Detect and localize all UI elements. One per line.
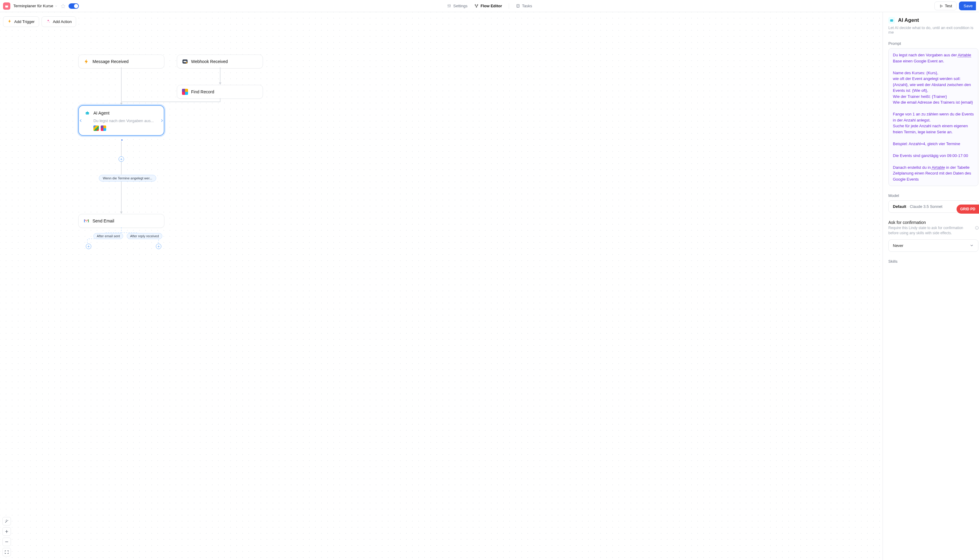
nav-settings-label: Settings bbox=[453, 3, 468, 8]
panel-header: AI Agent bbox=[888, 17, 979, 23]
node-webhook-received-label: Webhook Received bbox=[191, 59, 228, 64]
panel-description: Let AI decide what to do, until an exit … bbox=[888, 25, 979, 35]
app-title-text: Terminplaner für Kurse bbox=[13, 3, 53, 8]
robot-icon bbox=[888, 17, 895, 23]
canvas[interactable]: Add Trigger Add Action bbox=[0, 12, 882, 560]
top-bar: Terminplaner für Kurse Settings Flow Edi… bbox=[0, 0, 979, 12]
magic-button[interactable] bbox=[2, 517, 11, 525]
add-action-button[interactable]: Add Action bbox=[42, 17, 76, 27]
node-ai-agent-subtitle: Du legst nach den Vorgaben aus... bbox=[94, 118, 154, 123]
fit-button[interactable] bbox=[2, 548, 11, 557]
panel-title: AI Agent bbox=[898, 17, 919, 23]
skills-label: Skills bbox=[888, 259, 979, 263]
node-send-email-label: Send Email bbox=[92, 218, 114, 223]
right-buttons: Test Save bbox=[934, 2, 976, 10]
svg-rect-1 bbox=[5, 5, 8, 5]
google-calendar-icon bbox=[94, 125, 99, 131]
confirm-help-text: Require this Lindy state to ask for conf… bbox=[888, 225, 974, 236]
node-message-received-label: Message Received bbox=[92, 59, 129, 64]
save-button-label: Save bbox=[964, 3, 972, 8]
chevron-right-icon bbox=[160, 118, 164, 123]
minus-icon bbox=[4, 539, 9, 544]
prompt-input[interactable]: Du legst nach den Vorgaben aus der Airta… bbox=[888, 48, 978, 186]
robot-icon bbox=[84, 110, 90, 116]
canvas-controls bbox=[2, 517, 11, 557]
app-logo bbox=[3, 2, 10, 10]
node-output-handle[interactable] bbox=[121, 139, 123, 141]
sliders-icon bbox=[447, 3, 451, 8]
node-ai-agent-skills bbox=[94, 125, 106, 131]
nav-flow-editor[interactable]: Flow Editor bbox=[474, 3, 502, 8]
svg-point-14 bbox=[186, 62, 187, 63]
flow-nodes: Message Received Webhook Received Find R… bbox=[0, 12, 882, 560]
test-button[interactable]: Test bbox=[934, 2, 957, 10]
nav-tasks[interactable]: Tasks bbox=[516, 3, 532, 8]
add-step-left-button[interactable]: + bbox=[86, 243, 91, 249]
grid-pd-badge[interactable]: GRID PD bbox=[957, 205, 979, 213]
sparkle-icon bbox=[46, 19, 50, 24]
calendar-icon bbox=[5, 4, 9, 8]
add-action-label: Add Action bbox=[53, 19, 72, 24]
node-send-email[interactable]: Send Email bbox=[78, 214, 164, 228]
plus-icon bbox=[4, 529, 9, 534]
chevron-down-icon bbox=[970, 243, 974, 248]
nav-flow-editor-label: Flow Editor bbox=[480, 3, 502, 8]
tasks-icon bbox=[516, 3, 520, 8]
svg-point-12 bbox=[184, 61, 185, 62]
svg-point-19 bbox=[891, 20, 891, 21]
model-default: Default bbox=[893, 204, 906, 209]
branch-right-label: After reply received bbox=[130, 234, 159, 238]
model-label: Model bbox=[888, 193, 979, 198]
nav-tasks-label: Tasks bbox=[522, 3, 532, 8]
fit-icon bbox=[4, 550, 9, 555]
condition-pill[interactable]: Wenn die Termine angelegt wer... bbox=[99, 175, 156, 182]
svg-point-2 bbox=[475, 5, 476, 5]
zoom-out-button[interactable] bbox=[2, 538, 11, 546]
svg-point-6 bbox=[49, 22, 50, 22]
info-icon[interactable] bbox=[975, 226, 979, 230]
wand-icon bbox=[4, 519, 9, 523]
nav-settings[interactable]: Settings bbox=[447, 3, 468, 8]
branch-after-email-sent[interactable]: After email sent bbox=[94, 233, 123, 239]
node-message-received[interactable]: Message Received bbox=[78, 55, 164, 68]
add-step-right-button[interactable]: + bbox=[156, 243, 161, 249]
svg-point-17 bbox=[88, 113, 88, 113]
branch-after-reply-received[interactable]: After reply received bbox=[127, 233, 162, 239]
model-name: Claude 3.5 Sonnet bbox=[910, 204, 942, 209]
node-ai-agent-label: AI Agent bbox=[94, 111, 110, 115]
enable-toggle[interactable] bbox=[68, 3, 79, 9]
svg-rect-15 bbox=[86, 112, 89, 115]
confirm-label: Ask for confirmation bbox=[888, 220, 979, 225]
confirm-help: Require this Lindy state to ask for conf… bbox=[888, 225, 979, 236]
add-trigger-button[interactable]: Add Trigger bbox=[3, 17, 39, 27]
app-title[interactable]: Terminplaner für Kurse bbox=[13, 3, 58, 8]
node-webhook-received[interactable]: Webhook Received bbox=[177, 55, 263, 68]
svg-point-13 bbox=[185, 61, 187, 62]
gmail-icon bbox=[84, 218, 89, 224]
node-ai-agent[interactable]: AI Agent Du legst nach den Vorgaben aus.… bbox=[78, 105, 164, 136]
node-find-record[interactable]: Find Record bbox=[177, 85, 263, 99]
star-icon[interactable] bbox=[61, 3, 65, 8]
condition-pill-label: Wenn die Termine angelegt wer... bbox=[103, 177, 152, 180]
confirm-select[interactable]: Never bbox=[888, 239, 978, 252]
add-step-button[interactable]: + bbox=[119, 157, 124, 162]
svg-point-3 bbox=[477, 5, 478, 5]
chevron-left-icon bbox=[78, 118, 83, 123]
svg-point-20 bbox=[892, 20, 892, 21]
zoom-in-button[interactable] bbox=[2, 527, 11, 536]
confirm-value: Never bbox=[893, 243, 904, 248]
branch-left-label: After email sent bbox=[97, 234, 120, 238]
airtable-icon bbox=[182, 89, 188, 95]
prompt-label: Prompt bbox=[888, 41, 979, 46]
save-button[interactable]: Save bbox=[959, 2, 976, 10]
node-find-record-label: Find Record bbox=[191, 89, 214, 94]
test-button-label: Test bbox=[945, 3, 952, 8]
main: Add Trigger Add Action bbox=[0, 12, 979, 560]
chevron-down-icon bbox=[55, 5, 58, 8]
webhook-icon bbox=[182, 58, 188, 65]
svg-rect-18 bbox=[890, 19, 893, 22]
add-trigger-label: Add Trigger bbox=[14, 19, 35, 24]
play-icon bbox=[939, 4, 943, 8]
flow-icon bbox=[474, 3, 479, 8]
airtable-icon bbox=[101, 125, 106, 131]
